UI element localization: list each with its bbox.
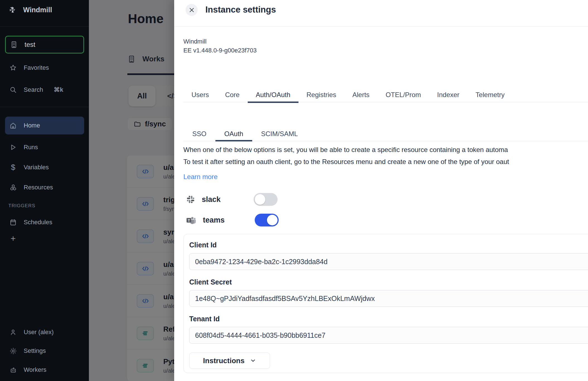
provider-row-slack: slack: [186, 192, 278, 206]
teams-toggle[interactable]: [255, 214, 279, 226]
tab-indexer[interactable]: Indexer: [429, 88, 468, 102]
tenant-id-input[interactable]: [189, 327, 588, 344]
brand: Windmill: [0, 0, 89, 20]
instructions-label: Instructions: [203, 356, 245, 365]
sidebar-add-button[interactable]: +: [5, 230, 84, 247]
sidebar-item-resources[interactable]: Resources: [5, 179, 84, 196]
building-icon: [10, 41, 18, 49]
sidebar-item-home[interactable]: Home: [5, 117, 84, 134]
toggle-knob: [267, 215, 278, 225]
tab-registries[interactable]: Registries: [298, 88, 344, 102]
workspace-name: test: [25, 41, 35, 49]
sidebar-item-label: Favorites: [24, 64, 49, 71]
tab-alerts[interactable]: Alerts: [344, 88, 377, 102]
gear-icon: [9, 347, 17, 355]
star-icon: [9, 64, 17, 72]
provider-name-teams: teams: [203, 216, 239, 225]
oauth-description-line1: When one of the below options is set, yo…: [183, 146, 508, 154]
search-shortcut: ⌘k: [54, 86, 63, 93]
sidebar-item-label: Schedules: [24, 219, 52, 226]
windmill-logo-icon: [8, 6, 16, 14]
sidebar-item-label: Runs: [24, 144, 38, 151]
subtab-sso[interactable]: SSO: [183, 127, 215, 141]
app-version: Windmill EE v1.448.0-9-g00e23f703: [183, 37, 257, 55]
brand-name: Windmill: [23, 6, 52, 14]
version-string: EE v1.448.0-9-g00e23f703: [183, 46, 257, 55]
tab-core[interactable]: Core: [217, 88, 248, 102]
plus-icon: +: [9, 235, 17, 242]
app-name: Windmill: [183, 37, 257, 46]
close-icon: [189, 7, 195, 13]
subtab-scim-saml[interactable]: SCIM/SAML: [252, 127, 307, 141]
client-id-input[interactable]: [189, 253, 588, 270]
sidebar-item-favorites[interactable]: Favorites: [5, 59, 84, 77]
sidebar-item-user[interactable]: User (alex): [5, 323, 84, 341]
search-icon: [9, 86, 17, 94]
sidebar-item-runs[interactable]: Runs: [5, 138, 84, 156]
tab-users[interactable]: Users: [183, 88, 217, 102]
sidebar-item-label: Search: [24, 86, 43, 93]
teams-oauth-card: Client Id Client Secret Tenant Id Instru…: [183, 234, 588, 373]
tab-auth-oauth[interactable]: Auth/OAuth: [248, 88, 298, 102]
boxes-icon: [9, 184, 17, 191]
provider-name-slack: slack: [202, 195, 238, 204]
teams-icon: T: [186, 215, 196, 225]
sidebar-item-search[interactable]: Search ⌘k: [5, 81, 84, 99]
settings-tabs: Users Core Auth/OAuth Registries Alerts …: [183, 88, 588, 102]
slack-toggle[interactable]: [254, 193, 278, 206]
sidebar-item-label: Workers: [24, 366, 47, 373]
play-icon: [9, 143, 17, 151]
close-button[interactable]: [186, 4, 198, 16]
tenant-id-label: Tenant Id: [189, 315, 220, 323]
sidebar-item-schedules[interactable]: Schedules: [5, 213, 84, 231]
sidebar-item-label: User (alex): [24, 329, 54, 336]
sidebar: Windmill test Favorites: [0, 0, 89, 381]
workspace-selector[interactable]: test: [5, 36, 84, 54]
subtab-oauth[interactable]: OAuth: [215, 127, 252, 141]
svg-text:T: T: [188, 219, 190, 223]
robot-icon: [9, 366, 17, 374]
instructions-button[interactable]: Instructions: [189, 353, 270, 369]
home-icon: [9, 122, 17, 129]
triggers-section-label: TRIGGERS: [8, 203, 35, 209]
sidebar-divider: [0, 26, 89, 26]
tab-otel-prom[interactable]: OTEL/Prom: [378, 88, 429, 102]
client-secret-label: Client Secret: [189, 278, 232, 286]
learn-more-link[interactable]: Learn more: [183, 173, 218, 181]
sidebar-item-settings[interactable]: Settings: [5, 342, 84, 360]
dollar-icon: $: [9, 163, 17, 171]
tab-telemetry[interactable]: Telemetry: [468, 88, 513, 102]
client-id-label: Client Id: [189, 241, 217, 249]
provider-row-teams: T teams: [186, 213, 279, 228]
sidebar-item-workers[interactable]: Workers: [5, 361, 84, 379]
drawer-header-divider: [174, 26, 588, 27]
sidebar-item-variables[interactable]: $ Variables: [5, 158, 84, 176]
auth-subtabs: SSO OAuth SCIM/SAML: [183, 127, 588, 141]
calendar-icon: [9, 218, 17, 226]
oauth-description-line2: To test it after setting an oauth client…: [183, 158, 509, 166]
instance-settings-drawer: Instance settings Windmill EE v1.448.0-9…: [174, 0, 588, 381]
chevron-down-icon: [250, 358, 256, 364]
sidebar-item-label: Settings: [24, 347, 46, 355]
drawer-title: Instance settings: [205, 5, 276, 15]
slack-icon: [186, 195, 195, 204]
user-icon: [9, 328, 17, 336]
sidebar-divider: [0, 107, 89, 107]
client-secret-input[interactable]: [189, 290, 588, 307]
sidebar-item-label: Home: [24, 122, 40, 129]
toggle-knob: [255, 194, 265, 205]
sidebar-item-label: Resources: [24, 184, 53, 191]
sidebar-item-label: Variables: [24, 164, 49, 171]
